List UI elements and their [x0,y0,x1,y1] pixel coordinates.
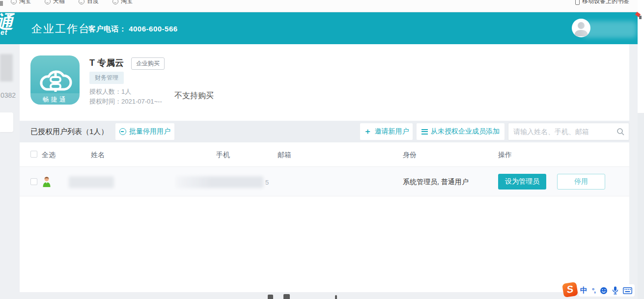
license-period-value: 2021-07-01~-- [121,98,162,105]
column-identity: 身份 [403,151,417,160]
batch-disable-button[interactable]: 批量停用用户 [115,123,174,140]
invite-label: 邀请新用户 [375,127,409,136]
mobile-bookmarks-folder[interactable]: 移动设备上的书签 [575,0,629,5]
app-icon-chanjet-cloud: 畅捷通 [30,55,80,105]
bookmark-favicon [112,0,118,4]
keyboard-icon[interactable] [623,287,632,294]
bookmark-favicon [45,0,51,4]
emoji-icon[interactable] [600,287,608,295]
chanjet-logo: 通 et [0,13,13,36]
column-name: 姓名 [91,151,105,160]
category-tag: 财务管理 [89,72,124,84]
table-row: 5 系统管理员, 普通用户 设为管理员 停用 [20,167,629,196]
customer-phone: 客户电话： 4006-600-566 [88,25,178,34]
license-period-label: 授权时间： [89,98,121,105]
mobile-bookmarks-label: 移动设备上的书签 [582,0,629,5]
licensed-users-label: 授权人数： [89,88,121,95]
microphone-icon[interactable] [612,286,618,295]
sogou-logo[interactable]: S [562,282,578,298]
bookmark-taobao[interactable]: 淘宝 [11,0,31,5]
row-checkbox[interactable] [30,178,37,185]
search-box [508,123,629,140]
app-icon-caption: 畅捷通 [43,96,68,103]
invite-new-user-button[interactable]: ＋ 邀请新用户 [360,123,413,140]
main-card: 畅捷通 T 专属云 企业购买 财务管理 授权人数：1人 授权时间：2021-07… [20,44,629,292]
select-all-checkbox[interactable] [30,151,37,158]
cutoff-text-fragment [283,294,290,299]
cutoff-text-fragment [335,295,337,299]
make-admin-button[interactable]: 设为管理员 [498,174,546,190]
select-all-label: 全选 [42,151,56,160]
bookmark-favicon [79,0,84,4]
cutoff-text-fragment [268,295,273,299]
user-list-toolbar: 已授权用户列表（1人） 批量停用用户 ＋ 邀请新用户 从未授权企业成员添加 [20,121,629,142]
bookmark-items: 淘宝 天猫 百度 淘宝 [11,0,133,5]
user-name-blurred[interactable] [583,21,637,38]
page-title: 企业工作台 [31,22,90,36]
bookmark-label: 百度 [87,0,99,5]
left-fragment-panel [0,112,13,132]
bookmark-label: 天猫 [53,0,65,5]
right-strip-lower [638,113,644,299]
batch-disable-label: 批量停用用户 [129,127,170,136]
mobile-phone-icon [575,0,580,5]
bookmarks-bar: 淘宝 天猫 百度 淘宝 移动设备上的书签 [0,0,644,12]
add-from-members-button[interactable]: 从未授权企业成员添加 [417,123,504,140]
column-phone: 手机 [216,151,230,160]
bookmark-baidu[interactable]: 百度 [79,0,99,5]
list-icon [421,129,428,135]
add-from-members-label: 从未授权企业成员添加 [431,127,500,136]
identity-cell: 系统管理员, 普通用户 [403,178,469,187]
licensed-users-value: 1人 [121,88,131,95]
right-edge-strip [638,0,644,299]
minus-circle-icon [119,128,126,135]
bookmark-taobao-2[interactable]: 淘宝 [112,0,133,5]
license-period: 授权时间：2021-07-01~-- [89,97,162,106]
app-header: 通 et 企业工作台 客户电话： 4006-600-566 [0,12,638,44]
licensed-users: 授权人数：1人 [89,87,131,96]
ime-items: 中 °, [580,284,632,297]
bookmark-label: 淘宝 [121,0,133,5]
search-icon [616,128,624,136]
left-fragment-number: 0382 [0,91,16,99]
right-strip-mark [639,16,642,19]
user-list-title: 已授权用户列表（1人） [30,127,108,136]
column-email: 邮箱 [278,151,291,160]
screen: 淘宝 天猫 百度 淘宝 移动设备上的书签 通 et 企业工作台 [0,0,644,299]
bookmark-tmall[interactable]: 天猫 [45,0,65,5]
phone-tail-digit: 5 [265,179,269,186]
disable-user-button[interactable]: 停用 [557,174,605,190]
plus-icon: ＋ [364,128,372,136]
search-input[interactable] [508,128,612,136]
purchase-badge: 企业购买 [131,57,165,70]
left-fragment-blur [0,54,13,82]
purchase-note: 不支持购买 [174,91,214,101]
user-name-blurred [69,176,114,188]
ime-language-toggle[interactable]: 中 [580,286,588,295]
customer-phone-number: 4006-600-566 [129,25,177,33]
table-header: 全选 姓名 手机 邮箱 身份 操作 [20,142,629,167]
column-actions: 操作 [498,151,512,160]
user-phone-blurred [176,176,263,188]
user-person-icon [42,176,51,187]
customer-phone-label: 客户电话： [88,25,127,33]
bookmark-fragment [0,1,3,6]
bookmark-favicon [11,0,17,4]
ime-punctuation-toggle[interactable]: °, [592,287,595,294]
app-title: T 专属云 [89,57,124,69]
search-button[interactable] [612,123,629,140]
bookmark-label: 淘宝 [19,0,31,5]
